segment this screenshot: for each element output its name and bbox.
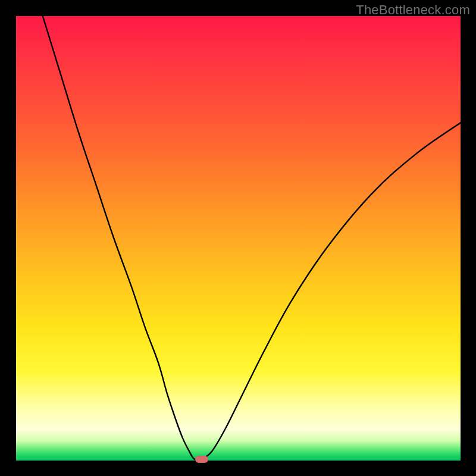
bottleneck-curve (16, 16, 461, 461)
plot-area (16, 16, 461, 461)
watermark-text: TheBottleneck.com (356, 2, 470, 18)
optimal-point-marker (195, 456, 208, 463)
chart-container: TheBottleneck.com (0, 0, 476, 476)
